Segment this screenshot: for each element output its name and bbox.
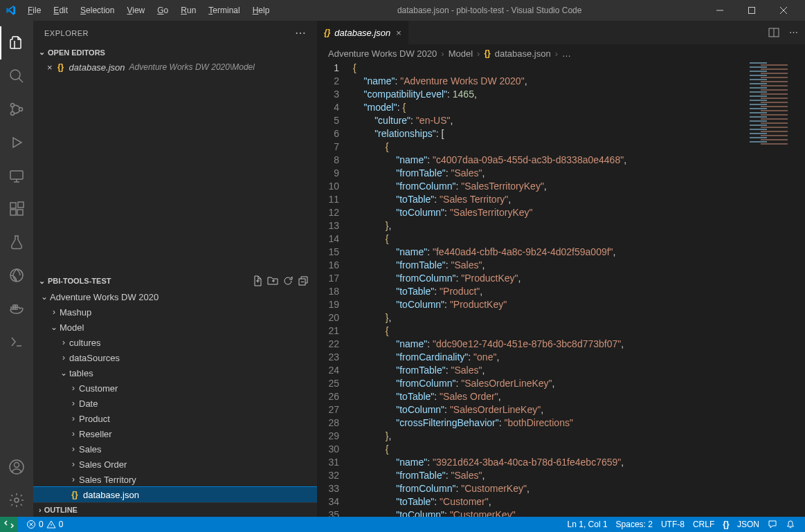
window-close[interactable] — [768, 0, 799, 21]
tree-item-label: Sales Order — [79, 459, 127, 470]
tree-item-label: database.json — [83, 490, 139, 500]
tree-item[interactable]: ›Sales Territory — [33, 472, 317, 487]
activity-settings-icon[interactable] — [0, 484, 33, 517]
activity-testing-icon[interactable] — [0, 226, 33, 259]
svg-rect-9 — [18, 202, 24, 208]
json-file-icon: {} — [55, 62, 66, 72]
menu-file[interactable]: File — [22, 3, 46, 18]
open-editors-header[interactable]: ⌄OPEN EDITORS — [33, 45, 317, 59]
breadcrumb-item[interactable]: Model — [449, 48, 473, 59]
tree-item[interactable]: ›Customer — [33, 380, 317, 396]
collapse-all-icon[interactable] — [298, 275, 309, 286]
new-file-icon[interactable] — [252, 275, 263, 286]
tree-item[interactable]: {}database.json — [33, 487, 317, 502]
window-minimize[interactable] — [704, 0, 736, 21]
activity-docker-icon[interactable] — [0, 292, 33, 325]
svg-rect-7 — [10, 210, 16, 215]
remote-button[interactable] — [0, 517, 18, 532]
chevron-icon: › — [68, 475, 79, 484]
activity-remote-explorer-icon[interactable] — [0, 159, 33, 192]
new-folder-icon[interactable] — [267, 275, 278, 286]
activity-accounts-icon[interactable] — [0, 450, 33, 484]
split-editor-icon[interactable] — [768, 27, 779, 38]
status-spaces[interactable]: Spaces: 2 — [612, 520, 657, 529]
activity-debug-icon[interactable] — [0, 126, 33, 159]
outline-header[interactable]: ›OUTLINE — [33, 502, 317, 517]
tree-item[interactable]: ⌄Model — [33, 320, 317, 335]
editor-tab-database[interactable]: {} database.json × — [317, 21, 409, 45]
line-number-gutter: 1234567891011121314151617181920212223242… — [317, 62, 349, 517]
chevron-icon: › — [68, 429, 79, 439]
activity-console-icon[interactable] — [0, 325, 33, 358]
svg-rect-5 — [10, 171, 23, 179]
menu-view[interactable]: View — [121, 3, 150, 18]
status-bell-icon[interactable] — [781, 520, 799, 529]
menu-help[interactable]: Help — [247, 3, 275, 18]
svg-rect-8 — [17, 210, 23, 215]
activity-bar — [0, 21, 33, 517]
activity-extensions-icon[interactable] — [0, 192, 33, 226]
minimap[interactable] — [747, 62, 795, 228]
status-position[interactable]: Ln 1, Col 1 — [563, 520, 612, 529]
chevron-icon: › — [68, 444, 79, 454]
svg-point-4 — [19, 108, 23, 111]
status-eol[interactable]: CRLF — [689, 520, 718, 529]
code-editor[interactable]: 1234567891011121314151617181920212223242… — [317, 62, 805, 517]
tree-item[interactable]: ›Sales Order — [33, 457, 317, 472]
status-language[interactable]: {} JSON — [718, 520, 763, 529]
tree-item[interactable]: ›Reseller — [33, 426, 317, 441]
chevron-icon: › — [68, 398, 79, 408]
chevron-icon: › — [48, 307, 60, 317]
open-editor-item[interactable]: × {} database.json Adventure Works DW 20… — [33, 59, 317, 75]
tree-item[interactable]: ›Mashup — [33, 304, 317, 320]
activity-references-icon[interactable] — [0, 259, 33, 292]
close-editor-icon[interactable]: × — [47, 62, 53, 73]
close-tab-icon[interactable]: × — [396, 28, 401, 38]
breadcrumbs[interactable]: Adventure Works DW 2020› Model› {} datab… — [317, 45, 805, 62]
svg-point-1 — [10, 70, 20, 80]
tree-item-label: cultures — [69, 338, 101, 348]
refresh-icon[interactable] — [282, 275, 293, 286]
open-editor-filename: database.json — [69, 62, 125, 73]
editor-more-icon[interactable]: ⋯ — [789, 27, 798, 38]
menu-edit[interactable]: Edit — [48, 3, 73, 18]
tree-item-label: Product — [79, 414, 110, 424]
code-content[interactable]: { "name": "Adventure Works DW 2020", "co… — [349, 62, 805, 517]
explorer-more-icon[interactable]: ⋯ — [295, 26, 307, 39]
json-file-icon: {} — [324, 28, 330, 37]
status-feedback-icon[interactable] — [763, 520, 781, 529]
menu-run[interactable]: Run — [175, 3, 201, 18]
breadcrumb-item[interactable]: Adventure Works DW 2020 — [328, 48, 437, 59]
file-tree: ⌄Adventure Works DW 2020›Mashup⌄Model›cu… — [33, 289, 317, 502]
tree-item[interactable]: ›Sales — [33, 441, 317, 457]
tree-item-label: Reseller — [79, 429, 112, 439]
tree-item[interactable]: ⌄Adventure Works DW 2020 — [33, 289, 317, 304]
window-title: database.json - pbi-tools-test - Visual … — [275, 6, 704, 15]
tree-item[interactable]: ›dataSources — [33, 350, 317, 365]
svg-rect-15 — [15, 305, 17, 307]
menu-bar: File Edit Selection View Go Run Terminal… — [22, 3, 275, 18]
status-problems[interactable]: 0 0 — [22, 520, 67, 529]
activity-source-control-icon[interactable] — [0, 93, 33, 126]
breadcrumb-item[interactable]: … — [562, 48, 571, 59]
breadcrumb-item[interactable]: database.json — [495, 48, 551, 59]
tree-item[interactable]: ›Date — [33, 396, 317, 411]
json-file-icon: {} — [484, 48, 490, 58]
tree-item-label: Sales — [79, 444, 102, 455]
activity-explorer-icon[interactable] — [0, 26, 33, 59]
status-encoding[interactable]: UTF-8 — [657, 520, 689, 529]
vscode-logo-icon — [6, 5, 17, 16]
menu-go[interactable]: Go — [152, 3, 174, 18]
window-maximize[interactable] — [736, 0, 768, 21]
activity-search-icon[interactable] — [0, 59, 33, 93]
svg-point-3 — [11, 112, 15, 116]
title-bar: File Edit Selection View Go Run Terminal… — [0, 0, 805, 21]
tree-item[interactable]: ›Product — [33, 411, 317, 426]
workspace-header[interactable]: ⌄PBI-TOOLS-TEST — [33, 273, 317, 289]
tree-item[interactable]: ›cultures — [33, 335, 317, 350]
explorer-sidebar: EXPLORER ⋯ ⌄OPEN EDITORS × {} database.j… — [33, 21, 317, 517]
menu-selection[interactable]: Selection — [75, 3, 120, 18]
menu-terminal[interactable]: Terminal — [203, 3, 245, 18]
tree-item[interactable]: ⌄tables — [33, 365, 317, 380]
tree-item-label: Adventure Works DW 2020 — [50, 292, 159, 302]
